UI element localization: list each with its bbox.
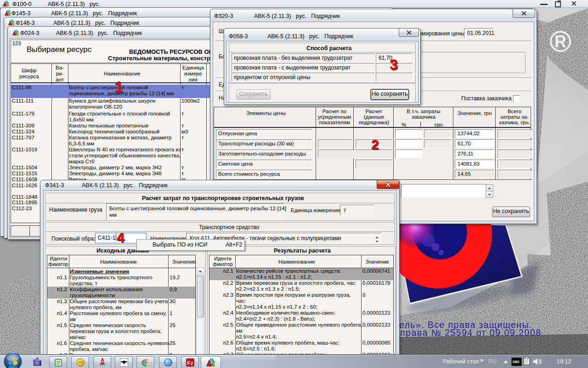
svg-text:R: R: [554, 32, 566, 51]
svg-text:права № 25594 от 09.09.2008: права № 25594 от 09.09.2008: [400, 328, 542, 338]
svg-text:Fz: Fz: [187, 360, 193, 365]
